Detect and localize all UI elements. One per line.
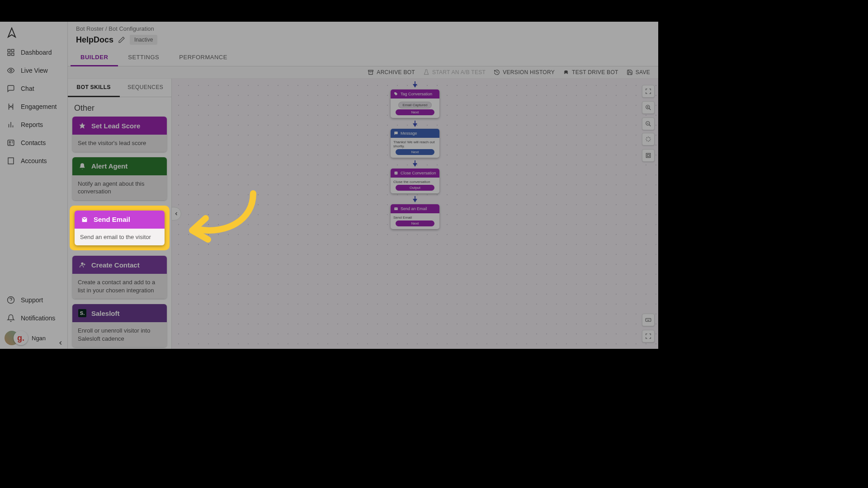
- nav-label: Accounts: [21, 157, 47, 164]
- node-message[interactable]: Message Thanks! We will reach out shortl…: [391, 129, 439, 158]
- skill-title: Alert Agent: [91, 162, 127, 170]
- start-ab-test-button: START AN A/B TEST: [423, 69, 486, 75]
- eye-icon: [6, 66, 15, 75]
- nav-accounts[interactable]: Accounts: [0, 152, 67, 170]
- archive-bot-button[interactable]: ARCHIVE BOT: [368, 69, 415, 75]
- app-logo[interactable]: [0, 22, 67, 43]
- node-title: Tag Conversation: [401, 92, 432, 96]
- save-button[interactable]: SAVE: [627, 69, 650, 75]
- nav-support[interactable]: Support: [0, 291, 67, 309]
- skill-desc: Send an email to the visitor: [75, 229, 165, 246]
- breadcrumb-root[interactable]: Bot Roster: [76, 25, 104, 32]
- node-title: Send an Email: [401, 206, 427, 211]
- keyboard-button[interactable]: [642, 314, 655, 326]
- edit-title-button[interactable]: [118, 36, 125, 43]
- flow-graph: Tag Conversation Email CapturedNext Mess…: [391, 81, 439, 232]
- svg-point-34: [647, 319, 648, 319]
- skill-create-contact[interactable]: Create Contact Create a contact and add …: [72, 256, 167, 299]
- svg-rect-30: [646, 153, 650, 157]
- skill-alert-agent[interactable]: Alert Agent Notify an agent about this c…: [72, 157, 167, 200]
- nav-label: Chat: [21, 85, 34, 92]
- tab-builder[interactable]: BUILDER: [71, 49, 118, 66]
- node-close-conversation[interactable]: Close Conversation Close the conversatio…: [391, 169, 439, 193]
- svg-rect-1: [12, 49, 14, 52]
- nav-label: Support: [21, 296, 43, 304]
- node-title: Message: [401, 131, 417, 136]
- zoom-out-button[interactable]: [642, 117, 655, 130]
- nav-label: Notifications: [21, 314, 55, 322]
- nav-engagement[interactable]: Engagement: [0, 98, 67, 116]
- svg-point-33: [646, 319, 647, 319]
- svg-rect-10: [8, 158, 14, 164]
- history-label: VERSION HISTORY: [503, 69, 555, 75]
- skill-salesloft[interactable]: S.Salesloft Enroll or unenroll visitor i…: [72, 304, 167, 347]
- svg-line-28: [649, 125, 651, 127]
- nav-contacts[interactable]: Contacts: [0, 134, 67, 152]
- nav-label: Live View: [21, 67, 48, 74]
- tab-settings[interactable]: SETTINGS: [118, 49, 169, 66]
- testdrive-label: TEST DRIVE BOT: [572, 69, 618, 75]
- main-tabs: BUILDER SETTINGS PERFORMANCE: [68, 49, 658, 66]
- nav-liveview[interactable]: Live View: [0, 61, 67, 80]
- page-title: HelpDocs: [76, 35, 113, 45]
- bar-chart-icon: [6, 120, 15, 129]
- nav-notifications[interactable]: Notifications: [0, 309, 67, 327]
- skill-desc: Notify an agent about this conversation: [72, 175, 167, 200]
- svg-rect-17: [368, 70, 373, 71]
- building-icon: [6, 156, 15, 165]
- flow-canvas[interactable]: Tag Conversation Email CapturedNext Mess…: [172, 79, 658, 349]
- node-output[interactable]: Next: [396, 149, 434, 155]
- svg-rect-31: [647, 155, 650, 157]
- tab-sequences[interactable]: SEQUENCES: [120, 79, 172, 97]
- archive-label: ARCHIVE BOT: [377, 69, 415, 75]
- skill-set-lead-score[interactable]: Set Lead Score Set the visitor's lead sc…: [72, 117, 167, 152]
- save-label: SAVE: [636, 69, 650, 75]
- svg-rect-37: [647, 320, 650, 321]
- highlighted-skill: Send Email Send an email to the visitor: [70, 206, 170, 251]
- node-body: Thanks! We will reach out shortly.: [393, 140, 434, 148]
- skill-desc: Set the visitor's lead score: [72, 135, 167, 152]
- salesloft-icon: S.: [78, 309, 87, 318]
- tab-performance[interactable]: PERFORMANCE: [169, 49, 237, 66]
- zoom-in-button[interactable]: [642, 101, 655, 114]
- node-output[interactable]: Output: [396, 185, 434, 191]
- node-chip: Email Captured: [398, 102, 431, 108]
- node-output[interactable]: Next: [396, 221, 434, 226]
- version-history-button[interactable]: VERSION HISTORY: [494, 69, 555, 75]
- node-title: Close Conversation: [401, 171, 436, 175]
- expand-button[interactable]: [642, 330, 655, 343]
- sidebar-collapse-button[interactable]: [57, 340, 64, 346]
- skill-group-title: Other: [72, 101, 167, 117]
- action-bar: ARCHIVE BOT START AN A/B TEST VERSION HI…: [68, 66, 658, 79]
- svg-point-36: [650, 319, 650, 319]
- skill-title: Set Lead Score: [91, 122, 140, 130]
- grid-toggle-button[interactable]: [642, 149, 655, 162]
- node-send-email[interactable]: Send an Email Send EmailNext: [391, 204, 439, 229]
- fit-view-button[interactable]: [642, 133, 655, 145]
- avatar: g.: [14, 331, 28, 345]
- mail-icon: [80, 215, 89, 224]
- breadcrumb-current: Bot Configuration: [108, 25, 154, 32]
- test-drive-button[interactable]: TEST DRIVE BOT: [563, 69, 618, 75]
- skill-send-email[interactable]: Send Email Send an email to the visitor: [75, 211, 165, 246]
- node-tag-conversation[interactable]: Tag Conversation Email CapturedNext: [391, 89, 439, 118]
- avatar-letter: g.: [17, 333, 24, 343]
- dashboard-icon: [6, 48, 15, 57]
- nav-reports[interactable]: Reports: [0, 116, 67, 134]
- chat-icon: [6, 84, 15, 93]
- bell-icon: [6, 314, 15, 323]
- skills-list[interactable]: Other Set Lead Score Set the visitor's l…: [68, 97, 171, 349]
- svg-rect-8: [8, 140, 14, 145]
- svg-point-35: [649, 319, 649, 319]
- skill-desc: Enroll or unenroll visitor into Saleslof…: [72, 322, 167, 347]
- node-output[interactable]: Next: [396, 109, 434, 115]
- nav-chat[interactable]: Chat: [0, 80, 67, 98]
- tab-bot-skills[interactable]: BOT SKILLS: [68, 79, 120, 97]
- nav-label: Contacts: [21, 139, 46, 146]
- svg-rect-3: [12, 53, 14, 56]
- node-body: Send Email: [393, 216, 412, 220]
- nav-dashboard[interactable]: Dashboard: [0, 43, 67, 61]
- fullscreen-button[interactable]: [642, 85, 655, 98]
- svg-point-19: [81, 263, 83, 265]
- svg-marker-18: [79, 122, 85, 128]
